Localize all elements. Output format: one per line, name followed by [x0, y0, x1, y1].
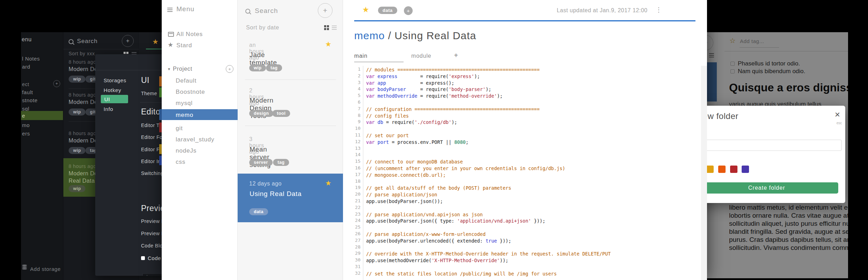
code-line[interactable]: 3var app = express();: [343, 80, 700, 86]
sidebar-folder-memo-selected[interactable]: memo: [162, 109, 238, 120]
code-line[interactable]: 17// mongoose.connect(db.url);: [343, 172, 700, 178]
code-line[interactable]: 29// override with the X-HTTP-Method-Ove…: [343, 251, 700, 257]
code-line[interactable]: 5var methodOverride = require('method-ov…: [343, 93, 700, 99]
settings-editor-theme[interactable]: Editor Th: [141, 122, 162, 128]
code-line[interactable]: 20// parse application/json: [343, 191, 700, 198]
note-tag-badge[interactable]: data: [378, 7, 397, 14]
note-tag[interactable]: tag: [266, 64, 282, 71]
theme-color-chip[interactable]: [159, 122, 162, 132]
theme-color-chip[interactable]: [159, 156, 162, 165]
code-line[interactable]: 16// (uncomment after you enter in your …: [343, 165, 700, 172]
breadcrumb-folder[interactable]: memo: [354, 30, 385, 41]
settings-theme-label[interactable]: Theme: [141, 91, 157, 96]
close-icon[interactable]: ×: [835, 109, 840, 120]
dark-add-folder-button[interactable]: +: [53, 80, 60, 87]
settings-code-block[interactable]: Code Blo: [141, 243, 162, 248]
star-toggle-icon[interactable]: ★: [362, 5, 369, 14]
code-line[interactable]: 23// parse application/vnd.api+json as j…: [343, 211, 700, 218]
sidebar-folder-boostnote[interactable]: Boostnote: [176, 89, 205, 96]
note-card-selected[interactable]: 12 days ago ★ Using Real Data data: [238, 174, 343, 222]
code-line[interactable]: 18: [343, 178, 700, 185]
settings-preview-font2[interactable]: Preview F: [141, 231, 162, 236]
note-tag[interactable]: tool: [272, 110, 290, 117]
code-line[interactable]: 15// connect to our mongoDB database: [343, 159, 700, 165]
sidebar-project-label[interactable]: Project: [173, 66, 192, 72]
code-line[interactable]: 22: [343, 205, 700, 211]
list-view-icon[interactable]: [332, 26, 337, 26]
color-swatch-amber[interactable]: [707, 166, 714, 173]
code-line[interactable]: 28: [343, 244, 700, 251]
add-tab-button[interactable]: +: [454, 51, 458, 59]
code-line[interactable]: 6: [343, 99, 700, 106]
theme-color-chip[interactable]: [159, 144, 162, 154]
sidebar-folder-git[interactable]: git: [176, 125, 183, 132]
settings-tab-info[interactable]: Info: [104, 106, 113, 112]
chevron-down-icon[interactable]: ▼: [167, 67, 171, 71]
code-line[interactable]: 14: [343, 152, 700, 159]
editor-scrollbar-track[interactable]: [701, 66, 707, 280]
dark-sidebar-item-all-notes[interactable]: l Notes: [22, 56, 40, 62]
settings-tab-storages[interactable]: Storages: [104, 77, 126, 83]
code-line[interactable]: 21app.use(bodyParser.json());: [343, 198, 700, 205]
grid-view-icon[interactable]: [324, 25, 326, 27]
settings-preview-font[interactable]: Preview F: [141, 218, 162, 224]
sidebar-folder-css[interactable]: css: [176, 159, 186, 166]
dark-grid-view-icon[interactable]: [124, 52, 126, 54]
kebab-menu-icon[interactable]: ⋮: [656, 6, 662, 14]
settings-checkbox[interactable]: [141, 256, 145, 260]
dark-star-icon[interactable]: ★: [152, 37, 159, 46]
settings-editor-indent[interactable]: Editor Ind: [141, 159, 162, 164]
code-line[interactable]: 19// get all data/stuff of the body (POS…: [343, 185, 700, 191]
sort-dropdown[interactable]: Sort by date: [246, 24, 279, 31]
folder-name-input[interactable]: [707, 140, 842, 151]
note-tag[interactable]: wip: [249, 64, 266, 71]
theme-color-chip[interactable]: [159, 109, 162, 120]
color-swatch-orange[interactable]: [718, 166, 726, 173]
dark-project-label[interactable]: ect: [22, 82, 29, 87]
code-line[interactable]: 8// config files: [343, 113, 700, 119]
add-tag-button[interactable]: +: [404, 6, 413, 15]
code-line[interactable]: 26// parse application/x-www-form-urlenc…: [343, 231, 700, 238]
color-swatch-indigo[interactable]: [742, 166, 749, 173]
star-icon[interactable]: ★: [325, 40, 331, 48]
code-line[interactable]: 25: [343, 224, 700, 231]
code-line[interactable]: 11// set our port: [343, 132, 700, 139]
settings-tab-ui-selected[interactable]: UI: [101, 95, 128, 103]
code-line[interactable]: 12var port = process.env.PORT || 8080;: [343, 139, 700, 146]
settings-switching[interactable]: Switching: [141, 170, 162, 176]
dark-new-note-button[interactable]: +: [122, 35, 134, 47]
code-line[interactable]: 13: [343, 146, 700, 152]
settings-editor-font2[interactable]: Editor Fo: [141, 147, 162, 152]
new-note-button[interactable]: +: [318, 3, 332, 18]
dark-menu-label[interactable]: enu: [22, 36, 32, 43]
sidebar-folder-nodejs[interactable]: nodeJs: [176, 147, 197, 154]
dark-folder-default[interactable]: fault: [22, 89, 33, 95]
note-tag[interactable]: design: [249, 110, 273, 117]
code-line[interactable]: 7// configuration ======================…: [343, 106, 700, 113]
code-line[interactable]: 30app.use(methodOverride('X-HTTP-Method-…: [343, 257, 700, 264]
sidebar-item-starred[interactable]: Stard: [176, 42, 192, 49]
create-folder-button[interactable]: Create folder: [707, 182, 838, 194]
sidebar-item-all-notes[interactable]: All Notes: [176, 31, 203, 38]
dark-folder-boostnote[interactable]: stnote: [22, 97, 37, 103]
dark-folder-memo[interactable]: mo: [22, 122, 30, 128]
search-input[interactable]: Search: [255, 7, 278, 15]
menu-icon[interactable]: [167, 8, 173, 8]
theme-color-chip[interactable]: [159, 88, 162, 97]
note-tag[interactable]: server: [249, 159, 273, 166]
color-swatch-red[interactable]: [730, 166, 737, 173]
tab-main[interactable]: main: [354, 53, 368, 59]
tab-module[interactable]: module: [411, 53, 431, 59]
note-tag[interactable]: tag: [273, 159, 289, 166]
sidebar-folder-mysql[interactable]: mysql: [176, 100, 192, 107]
sidebar-folder-default[interactable]: Default: [176, 77, 196, 84]
code-line[interactable]: 32// set the static files location /publ…: [343, 271, 700, 277]
code-line[interactable]: 24app.use(bodyParser.json({ type: 'appli…: [343, 218, 700, 224]
code-line[interactable]: 27app.use(bodyParser.urlencoded({ extend…: [343, 238, 700, 244]
menu-label[interactable]: Menu: [176, 5, 195, 13]
dark-sort-dropdown[interactable]: Sort by xxx: [69, 51, 95, 56]
dark-search-input[interactable]: Search: [77, 38, 98, 45]
sidebar-folder-laravel-study[interactable]: laravel_study: [176, 136, 215, 143]
dark-sidebar-item-starred[interactable]: ard: [22, 64, 30, 70]
theme-color-chip[interactable]: [159, 76, 162, 86]
